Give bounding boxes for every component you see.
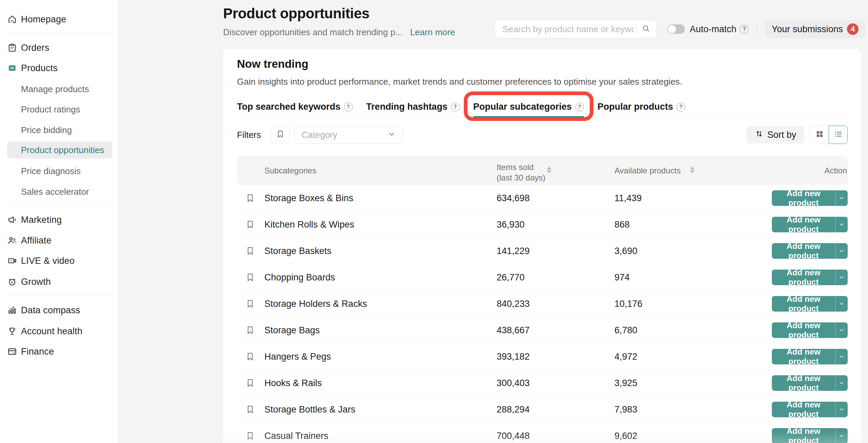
tab-popular-subcategories[interactable]: Popular subcategories?: [473, 97, 584, 117]
table-row: Storage Boxes & Bins 634,698 11,439 Add …: [237, 185, 848, 211]
video-camera-icon: [7, 256, 17, 266]
chevron-down-icon[interactable]: [836, 327, 848, 333]
col-available-products: Available products: [614, 165, 681, 176]
sidebar-item-products[interactable]: Products: [0, 60, 118, 76]
subcategory-name: Hooks & Rails: [264, 378, 322, 388]
bookmark-icon: [276, 129, 285, 140]
sidebar-item-marketing[interactable]: Marketing: [0, 212, 118, 228]
sidebar-item-product-opportunities[interactable]: Product opportunities: [0, 142, 118, 159]
sidebar-divider: [7, 206, 113, 206]
bookmark-icon[interactable]: [245, 219, 255, 230]
subcategory-name: Storage Bottles & Jars: [264, 404, 355, 415]
chevron-down-icon[interactable]: [836, 433, 848, 439]
sort-items-sold-control[interactable]: [547, 167, 551, 173]
tab-trending-hashtags[interactable]: Trending hashtags?: [366, 97, 460, 117]
search-input[interactable]: [502, 24, 634, 35]
available-products-value: 6,780: [614, 325, 637, 336]
add-new-product-button[interactable]: Add new product: [772, 296, 848, 312]
bookmark-icon[interactable]: [245, 299, 255, 309]
help-icon[interactable]: ?: [740, 25, 749, 34]
auto-match-toggle[interactable]: [667, 24, 685, 34]
bookmark-icon[interactable]: [245, 325, 255, 335]
add-new-product-button[interactable]: Add new product: [772, 375, 848, 391]
available-products-value: 9,602: [614, 431, 637, 441]
chevron-down-icon[interactable]: [836, 195, 848, 201]
search-box[interactable]: [495, 20, 656, 38]
items-sold-value: 438,667: [497, 325, 530, 336]
help-icon[interactable]: ?: [344, 103, 353, 111]
chevron-down-icon[interactable]: [836, 354, 848, 360]
sidebar-item-growth[interactable]: Growth: [0, 274, 118, 290]
items-sold-value: 300,403: [497, 378, 530, 388]
bookmark-icon[interactable]: [245, 272, 255, 282]
help-icon[interactable]: ?: [451, 103, 460, 111]
chevron-down-icon[interactable]: [836, 248, 848, 254]
subcategory-name: Kitchen Rolls & Wipes: [264, 219, 354, 230]
add-new-product-button[interactable]: Add new product: [772, 270, 848, 285]
your-submissions-button[interactable]: Your submissions 4: [765, 20, 865, 38]
sidebar-item-data-compass[interactable]: Data compass: [0, 302, 118, 318]
sidebar-item-sales-accelerator[interactable]: Sales accelerator: [0, 183, 118, 200]
add-new-product-button[interactable]: Add new product: [772, 428, 848, 443]
sort-available-products-control[interactable]: [690, 167, 695, 173]
list-view-button[interactable]: [829, 126, 848, 144]
add-new-product-button[interactable]: Add new product: [772, 322, 848, 338]
available-products-value: 868: [614, 219, 630, 230]
saved-filters-button[interactable]: [271, 126, 290, 144]
bar-chart-icon: [7, 305, 17, 315]
search-icon[interactable]: [641, 24, 651, 35]
col-subcategories: Subcategories: [264, 165, 316, 176]
available-products-value: 3,925: [614, 378, 637, 388]
chevron-down-icon[interactable]: [836, 274, 848, 280]
bookmark-icon[interactable]: [245, 378, 255, 388]
help-icon[interactable]: ?: [676, 103, 685, 111]
products-icon: [7, 63, 17, 73]
sidebar-item-affiliate[interactable]: Affiliate: [0, 232, 118, 249]
add-new-product-button[interactable]: Add new product: [772, 217, 848, 232]
home-icon: [7, 14, 17, 24]
category-select[interactable]: Category: [295, 126, 403, 144]
sort-by-button[interactable]: Sort by: [746, 126, 804, 144]
sidebar-item-homepage[interactable]: Homepage: [0, 11, 118, 27]
add-new-product-button[interactable]: Add new product: [772, 190, 848, 206]
add-new-product-button[interactable]: Add new product: [772, 349, 848, 364]
chevron-down-icon[interactable]: [836, 406, 848, 413]
chevron-down-icon[interactable]: [836, 301, 848, 307]
subcategory-name: Chopping Boards: [264, 272, 335, 283]
learn-more-link[interactable]: Learn more: [410, 27, 455, 38]
chevron-down-icon[interactable]: [836, 222, 848, 228]
sidebar-item-orders[interactable]: Orders: [0, 40, 118, 56]
sidebar-item-live-video[interactable]: LIVE & video: [0, 253, 118, 269]
bookmark-icon[interactable]: [245, 352, 255, 362]
sidebar-item-price-bidding[interactable]: Price bidding: [0, 122, 118, 139]
tab-top-searched-keywords[interactable]: Top searched keywords?: [237, 97, 353, 117]
tab-bar: Top searched keywords? Trending hashtags…: [237, 97, 847, 117]
table-row: Chopping Boards 26,770 974 Add new produ…: [237, 264, 848, 291]
add-new-product-button[interactable]: Add new product: [772, 243, 848, 259]
subcategory-name: Casual Trainers: [264, 431, 328, 441]
available-products-value: 7,983: [614, 404, 637, 415]
help-icon[interactable]: ?: [575, 103, 584, 111]
table-row: Storage Bottles & Jars 288,294 7,983 Add…: [237, 396, 848, 423]
bookmark-icon[interactable]: [245, 404, 255, 415]
bookmark-icon[interactable]: [245, 246, 255, 256]
sidebar-item-manage-products[interactable]: Manage products: [0, 81, 118, 98]
tab-popular-products[interactable]: Popular products?: [598, 97, 686, 117]
bookmark-icon[interactable]: [245, 431, 255, 441]
sidebar-item-product-ratings[interactable]: Product ratings: [0, 101, 118, 118]
section-description: Gain insights into product performance, …: [237, 77, 682, 87]
credit-card-icon: [7, 346, 17, 357]
sidebar-item-account-health[interactable]: Account health: [0, 323, 118, 339]
bookmark-icon[interactable]: [245, 193, 255, 203]
grid-view-button[interactable]: [810, 126, 829, 144]
chevron-down-icon: [387, 130, 396, 140]
sort-arrows-icon: [754, 129, 764, 141]
subcategory-name: Storage Baskets: [264, 246, 331, 256]
submissions-count-badge: 4: [847, 23, 859, 35]
main-content: Product opportunities Discover opportuni…: [118, 0, 868, 443]
sidebar-item-finance[interactable]: Finance: [0, 343, 118, 360]
sidebar-item-price-diagnosis[interactable]: Price diagnosis: [0, 163, 118, 180]
add-new-product-button[interactable]: Add new product: [772, 402, 848, 417]
chevron-down-icon[interactable]: [836, 380, 848, 386]
subcategory-name: Storage Holders & Racks: [264, 299, 367, 309]
